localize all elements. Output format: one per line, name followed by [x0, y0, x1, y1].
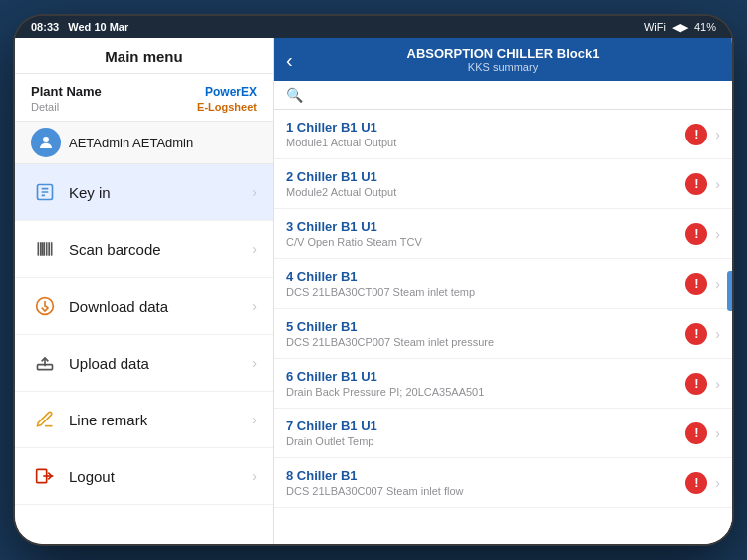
kks-item-5-chevron: ›: [715, 326, 720, 342]
signal-icon: ◀▶: [672, 21, 688, 34]
search-icon: 🔍: [286, 87, 303, 103]
sidebar-item-scan-barcode[interactable]: Scan barcode ›: [15, 221, 273, 278]
kks-item-4[interactable]: 4 Chiller B1 DCS 21LBA30CT007 Steam inle…: [274, 259, 732, 309]
tablet-frame: 08:33 Wed 10 Mar WiFi ◀▶ 41% Main menu P…: [15, 16, 732, 544]
plant-elogsheet: E-Logsheet: [197, 101, 257, 113]
kks-item-3-title: 3 Chiller B1 U1: [286, 219, 685, 234]
kks-item-1-content: 1 Chiller B1 U1 Module1 Actual Output: [286, 120, 685, 148]
kks-item-5-title: 5 Chiller B1: [286, 319, 685, 334]
plant-name-label: Plant Name: [31, 84, 102, 99]
line-remark-icon: [31, 406, 59, 433]
status-icons: WiFi ◀▶ 41%: [644, 21, 716, 34]
kks-item-4-desc: DCS 21LBA30CT007 Steam inlet temp: [286, 286, 685, 298]
download-icon: [31, 292, 59, 320]
kks-item-4-status: !: [685, 273, 707, 295]
sidebar-menu: Key in ›: [15, 164, 273, 544]
kks-item-2-chevron: ›: [715, 176, 720, 192]
kks-item-3-chevron: ›: [715, 226, 720, 242]
kks-item-2-desc: Module2 Actual Output: [286, 186, 685, 198]
status-time: 08:33 Wed 10 Mar: [31, 21, 128, 33]
main-content: Main menu Plant Name PowerEX Detail E-Lo…: [15, 38, 732, 544]
plant-detail-label: Detail: [31, 101, 59, 113]
kks-item-1-chevron: ›: [715, 127, 720, 142]
side-handle[interactable]: [727, 271, 732, 311]
kks-item-6-status: !: [685, 373, 707, 395]
kks-item-5-content: 5 Chiller B1 DCS 21LBA30CP007 Steam inle…: [286, 319, 685, 348]
svg-point-0: [43, 137, 49, 142]
logout-label: Logout: [69, 468, 252, 485]
kks-item-7-content: 7 Chiller B1 U1 Drain Outlet Temp: [286, 419, 685, 447]
kks-item-6-content: 6 Chiller B1 U1 Drain Back Pressure PI; …: [286, 369, 685, 398]
right-panel: ‹ ABSORPTION CHILLER Block1 KKS summary …: [274, 38, 732, 544]
plant-info: Plant Name PowerEX Detail E-Logsheet: [15, 74, 273, 122]
kks-item-8-content: 8 Chiller B1 DCS 21LBA30C007 Steam inlet…: [286, 468, 685, 497]
kks-item-2-content: 2 Chiller B1 U1 Module2 Actual Output: [286, 169, 685, 198]
sidebar-item-download-data[interactable]: Download data ›: [15, 278, 273, 335]
kks-item-8-chevron: ›: [715, 475, 720, 491]
kks-item-2-title: 2 Chiller B1 U1: [286, 169, 685, 184]
kks-item-8-desc: DCS 21LBA30C007 Steam inlet flow: [286, 485, 685, 497]
key-in-icon: [31, 178, 59, 206]
upload-data-chevron: ›: [252, 355, 257, 371]
kks-item-4-content: 4 Chiller B1 DCS 21LBA30CT007 Steam inle…: [286, 269, 685, 298]
kks-item-1-status: !: [685, 124, 707, 145]
kks-list: 1 Chiller B1 U1 Module1 Actual Output ! …: [274, 110, 732, 544]
battery-icon: 41%: [694, 21, 716, 33]
kks-item-4-title: 4 Chiller B1: [286, 269, 685, 284]
key-in-label: Key in: [69, 184, 252, 201]
sidebar-header: Main menu: [15, 38, 273, 74]
scan-barcode-label: Scan barcode: [69, 241, 252, 258]
sidebar-item-logout[interactable]: Logout ›: [15, 448, 273, 505]
kks-item-1[interactable]: 1 Chiller B1 U1 Module1 Actual Output ! …: [274, 110, 732, 159]
kks-item-6[interactable]: 6 Chiller B1 U1 Drain Back Pressure PI; …: [274, 359, 732, 409]
upload-icon: [31, 349, 59, 377]
right-header-subtitle: KKS summary: [314, 61, 692, 73]
upload-data-label: Upload data: [69, 355, 252, 372]
kks-item-8-status: !: [685, 472, 707, 494]
line-remark-chevron: ›: [252, 412, 257, 427]
kks-item-3-content: 3 Chiller B1 U1 C/V Open Ratio Steam TCV: [286, 219, 685, 248]
line-remark-label: Line remark: [69, 412, 252, 428]
kks-item-6-desc: Drain Back Pressure PI; 20LCA35AA501: [286, 386, 685, 398]
user-name: AETAdmin AETAdmin: [69, 136, 193, 150]
sidebar: Main menu Plant Name PowerEX Detail E-Lo…: [15, 38, 274, 544]
sidebar-item-upload-data[interactable]: Upload data ›: [15, 335, 273, 392]
key-in-chevron: ›: [252, 184, 257, 200]
logout-icon: [31, 462, 59, 490]
status-bar: 08:33 Wed 10 Mar WiFi ◀▶ 41%: [15, 16, 732, 38]
kks-item-6-chevron: ›: [715, 376, 720, 392]
kks-item-7[interactable]: 7 Chiller B1 U1 Drain Outlet Temp ! ›: [274, 409, 732, 458]
kks-item-5[interactable]: 5 Chiller B1 DCS 21LBA30CP007 Steam inle…: [274, 309, 732, 359]
wifi-icon: WiFi: [644, 21, 666, 33]
search-bar: 🔍: [274, 81, 732, 110]
download-data-label: Download data: [69, 298, 252, 315]
logout-chevron: ›: [252, 468, 257, 484]
kks-item-5-status: !: [685, 323, 707, 345]
kks-item-7-desc: Drain Outlet Temp: [286, 435, 685, 447]
scan-barcode-chevron: ›: [252, 241, 257, 257]
kks-item-3[interactable]: 3 Chiller B1 U1 C/V Open Ratio Steam TCV…: [274, 209, 732, 259]
user-avatar: [31, 128, 61, 157]
kks-item-3-desc: C/V Open Ratio Steam TCV: [286, 236, 685, 248]
barcode-icon: [31, 235, 59, 263]
right-header-title: ABSORPTION CHILLER Block1: [314, 46, 692, 61]
kks-item-7-status: !: [685, 422, 707, 444]
kks-item-2[interactable]: 2 Chiller B1 U1 Module2 Actual Output ! …: [274, 159, 732, 209]
kks-item-5-desc: DCS 21LBA30CP007 Steam inlet pressure: [286, 336, 685, 348]
kks-item-6-title: 6 Chiller B1 U1: [286, 369, 685, 384]
kks-item-7-chevron: ›: [715, 425, 720, 441]
kks-item-8[interactable]: 8 Chiller B1 DCS 21LBA30C007 Steam inlet…: [274, 458, 732, 508]
back-button[interactable]: ‹: [286, 48, 293, 71]
kks-item-4-chevron: ›: [715, 276, 720, 292]
search-input[interactable]: [309, 88, 720, 103]
kks-item-8-title: 8 Chiller B1: [286, 468, 685, 483]
kks-item-7-title: 7 Chiller B1 U1: [286, 419, 685, 433]
kks-item-2-status: !: [685, 173, 707, 195]
right-header: ‹ ABSORPTION CHILLER Block1 KKS summary: [274, 38, 732, 81]
sidebar-item-key-in[interactable]: Key in ›: [15, 164, 273, 221]
kks-item-1-title: 1 Chiller B1 U1: [286, 120, 685, 135]
sidebar-item-line-remark[interactable]: Line remark ›: [15, 392, 273, 448]
kks-item-1-desc: Module1 Actual Output: [286, 137, 685, 148]
kks-item-3-status: !: [685, 223, 707, 245]
plant-brand: PowerEX: [205, 85, 257, 99]
